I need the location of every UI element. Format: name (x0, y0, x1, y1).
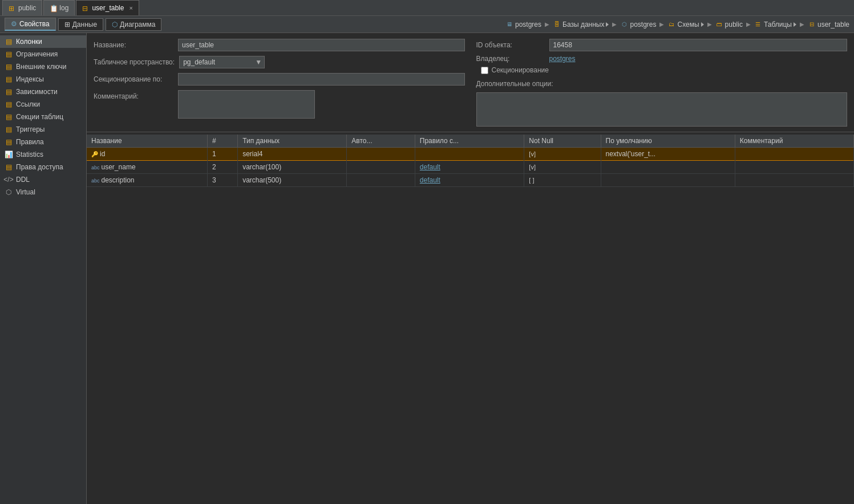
tab-close-user-table[interactable]: × (129, 5, 132, 11)
bc-sep-5: ▶ (746, 21, 751, 27)
tab-bar: ⊞ public 📋 log ⊟ user_table × (0, 0, 854, 16)
col-default-cell (601, 161, 735, 174)
col-rule-cell (415, 148, 524, 161)
col-name-cell: abcdescription (87, 174, 207, 187)
bc-sep-4: ▶ (707, 21, 712, 27)
additional-options-textarea[interactable] (476, 92, 848, 127)
tab-label-public: public (18, 4, 36, 12)
breadcrumb-databases[interactable]: 🗄 Базы данных (553, 21, 609, 29)
breadcrumb-server[interactable]: 🖥 postgres (505, 21, 541, 29)
rules-icon: ▤ (5, 139, 13, 145)
sidebar-item-ddl[interactable]: </> DDL (0, 173, 86, 186)
sidebar-item-foreign-keys[interactable]: ▤ Внешние ключи (0, 60, 86, 73)
col-name-text: id (100, 150, 105, 158)
bc-schemas-arrow[interactable] (701, 22, 704, 27)
col-header-rule: Правило с... (415, 135, 524, 148)
partitioning-row: Секционирование по: (94, 73, 465, 86)
col-name-cell: 🔑id (87, 148, 207, 161)
type-icon: abc (91, 165, 100, 170)
col-num-cell: 1 (207, 148, 237, 161)
sidebar-item-partitions[interactable]: ▤ Секции таблиц (0, 111, 86, 123)
breadcrumb-tables[interactable]: ☰ Таблицы (754, 21, 796, 29)
rule-link[interactable]: default (420, 163, 440, 171)
col-comment-cell (735, 161, 853, 174)
diagram-icon: ⬡ (112, 21, 118, 29)
tables-icon-bc: ☰ (754, 21, 762, 29)
sidebar-item-references[interactable]: ▤ Ссылки (0, 98, 86, 111)
rule-link[interactable]: default (420, 176, 440, 184)
table-row[interactable]: abcuser_name2varchar(100)default[v] (87, 161, 854, 174)
sidebar-item-constraints[interactable]: ▤ Ограничения (0, 48, 86, 60)
bc-schemas-label: Схемы (677, 21, 699, 29)
refs-icon: ▤ (5, 101, 13, 108)
ddl-icon: </> (5, 176, 13, 183)
sidebar-item-statistics[interactable]: 📊 Statistics (0, 148, 86, 161)
name-label: Название: (94, 39, 173, 49)
sidebar-label-virtual: Virtual (16, 188, 35, 196)
tab-user-table[interactable]: ⊟ user_table × (76, 0, 139, 15)
breadcrumb: 🖥 postgres ▶ 🗄 Базы данных ▶ ⬡ postgres … (505, 21, 849, 29)
sidebar-item-dependencies[interactable]: ▤ Зависимости (0, 86, 86, 98)
select-arrow-icon: ▼ (253, 58, 264, 66)
columns-icon: ▤ (5, 38, 13, 45)
sidebar-label-fk: Внешние ключи (16, 63, 66, 71)
sidebar-label-columns: Колонки (16, 38, 42, 46)
partitioning-checkbox-row: Секционирование (481, 66, 848, 74)
sidebar-label-deps: Зависимости (16, 88, 58, 96)
table-row[interactable]: 🔑id1serial4[v]nextval('user_t... (87, 148, 854, 161)
partitioning-input[interactable] (178, 73, 465, 86)
breadcrumb-user-table[interactable]: ⊟ user_table (808, 21, 849, 29)
col-comment-cell (735, 174, 853, 187)
sidebar-item-columns[interactable]: ▤ Колонки (0, 35, 86, 48)
sidebar-label-access: Права доступа (16, 163, 63, 171)
bc-sep-1: ▶ (545, 21, 549, 27)
additional-options-label: Дополнительные опции: (476, 80, 848, 88)
tab-data[interactable]: ⊞ Данные (58, 18, 103, 31)
name-input[interactable] (178, 39, 465, 51)
object-id-label: ID объекта: (476, 41, 545, 49)
tablespace-select[interactable]: pg_default (180, 56, 253, 68)
db-icon: ⊞ (9, 5, 15, 11)
tablespace-label: Табличное пространство: (94, 56, 175, 66)
breadcrumb-postgres[interactable]: ⬡ postgres (620, 21, 656, 29)
comment-textarea[interactable] (178, 90, 315, 119)
sidebar-item-virtual[interactable]: ⬡ Virtual (0, 186, 86, 198)
right-column: ID объекта: Владелец: postgres Секционир… (476, 39, 848, 128)
sidebar-item-access[interactable]: ▤ Права доступа (0, 161, 86, 173)
tab-log[interactable]: 📋 log (43, 0, 75, 15)
sidebar-item-rules[interactable]: ▤ Правила (0, 136, 86, 148)
sidebar-item-triggers[interactable]: ▤ Триггеры (0, 123, 86, 136)
table-icon-bc: ⊟ (808, 21, 816, 29)
tab-properties[interactable]: ⚙ Свойства (5, 18, 56, 31)
col-name-cell: abcuser_name (87, 161, 207, 174)
breadcrumb-public[interactable]: 🗃 public (715, 21, 743, 29)
name-row: Название: (94, 39, 465, 51)
properties-form: Название: Табличное пространство: pg_def… (87, 33, 854, 132)
tablespace-select-container: pg_default ▼ (179, 56, 265, 68)
col-auto-cell (347, 161, 415, 174)
col-rule-cell: default (415, 174, 524, 187)
col-header-notnull: Not Null (524, 135, 601, 148)
bc-databases-arrow[interactable] (606, 22, 609, 27)
col-notnull-cell: [ ] (524, 174, 601, 187)
tab-public[interactable]: ⊞ public (2, 0, 42, 15)
col-header-comment: Комментарий (735, 135, 853, 148)
tab-diagram[interactable]: ⬡ Диаграмма (106, 18, 161, 31)
partitioning-checkbox[interactable] (481, 67, 488, 74)
breadcrumb-schemas[interactable]: 🗂 Схемы (667, 21, 703, 29)
indexes-icon: ▤ (5, 76, 13, 83)
data-icon: ⊞ (64, 21, 70, 29)
owner-link[interactable]: postgres (549, 55, 576, 63)
tab-label-log: log (59, 4, 68, 12)
col-type-cell: serial4 (238, 148, 347, 161)
sidebar-label-ddl: DDL (16, 176, 30, 184)
schemas-icon: 🗂 (667, 21, 675, 29)
columns-table: Название # Тип данных Авто... Правило с.… (87, 135, 854, 187)
object-id-input[interactable] (549, 39, 848, 51)
table-row[interactable]: abcdescription3varchar(500)default[ ] (87, 174, 854, 187)
sidebar-item-indexes[interactable]: ▤ Индексы (0, 73, 86, 86)
sidebar-label-refs: Ссылки (16, 100, 40, 108)
owner-row: Владелец: postgres (476, 55, 848, 63)
bc-tables-arrow[interactable] (794, 22, 796, 27)
tab-properties-label: Свойства (19, 20, 50, 28)
